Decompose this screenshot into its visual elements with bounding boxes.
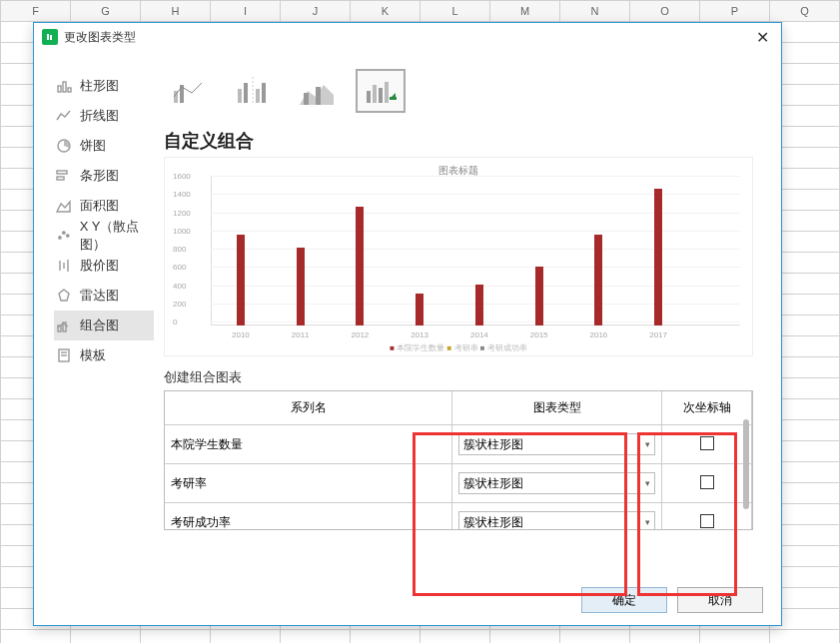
chart-type-icon xyxy=(56,198,72,214)
column-header[interactable]: M xyxy=(490,1,560,22)
chart-legend: 本院学生数量 考研率 考研成功率 xyxy=(165,342,752,353)
cell[interactable] xyxy=(141,630,211,644)
x-tick: 2010 xyxy=(232,330,250,339)
subtype-thumb-4-selected[interactable] xyxy=(356,69,406,113)
svg-rect-8 xyxy=(57,177,64,180)
x-tick: 2015 xyxy=(530,330,548,339)
column-header[interactable]: H xyxy=(141,1,211,22)
svg-marker-9 xyxy=(57,202,70,212)
y-tick: 1600 xyxy=(173,172,191,181)
sidebar-item-3[interactable]: 条形图 xyxy=(54,161,164,191)
column-header[interactable]: G xyxy=(71,1,141,22)
svg-rect-31 xyxy=(316,87,321,105)
close-button[interactable]: ✕ xyxy=(752,28,773,47)
svg-rect-4 xyxy=(63,82,66,92)
cell[interactable] xyxy=(1,630,71,644)
sidebar-item-1[interactable]: 折线图 xyxy=(54,101,164,131)
subtype-thumb-2[interactable] xyxy=(228,69,278,113)
svg-rect-25 xyxy=(244,83,248,103)
svg-rect-36 xyxy=(390,97,397,100)
bar xyxy=(475,285,483,325)
chevron-down-icon: ▾ xyxy=(645,517,650,527)
y-tick: 800 xyxy=(173,245,186,254)
sidebar-item-label: 组合图 xyxy=(80,317,119,334)
column-header[interactable]: J xyxy=(281,1,351,22)
sidebar-item-9[interactable]: 模板 xyxy=(54,340,164,370)
series-row: 考研率簇状柱形图▾ xyxy=(165,464,752,503)
cell[interactable] xyxy=(281,630,351,644)
dialog-titlebar: 更改图表类型 ✕ xyxy=(34,23,781,51)
series-name-cell: 考研率 xyxy=(165,464,452,503)
column-header[interactable]: O xyxy=(630,1,700,22)
col-chart-type: 图表类型 xyxy=(452,391,662,425)
svg-rect-5 xyxy=(68,88,71,92)
column-header[interactable]: Q xyxy=(770,1,840,22)
cell[interactable] xyxy=(700,630,770,644)
sidebar-item-8[interactable]: 组合图 xyxy=(54,311,154,340)
sidebar-item-label: 柱形图 xyxy=(80,77,119,95)
cell[interactable] xyxy=(211,630,281,644)
bar xyxy=(416,294,423,325)
sidebar-item-6[interactable]: 股价图 xyxy=(54,251,164,281)
chart-type-icon xyxy=(56,228,72,244)
chart-type-combo[interactable]: 簇状柱形图▾ xyxy=(458,433,655,455)
y-tick: 1200 xyxy=(173,208,191,217)
cell[interactable] xyxy=(490,630,560,644)
sidebar-item-5[interactable]: X Y（散点图） xyxy=(54,221,164,251)
cell[interactable] xyxy=(560,630,630,644)
y-tick: 0 xyxy=(173,318,177,326)
chart-type-combo[interactable]: 簇状柱形图▾ xyxy=(458,511,655,530)
svg-rect-28 xyxy=(262,83,266,103)
x-tick: 2014 xyxy=(470,330,488,339)
x-tick: 2011 xyxy=(292,330,310,339)
chart-type-icon xyxy=(56,318,72,333)
chart-type-icon xyxy=(56,108,72,124)
subtype-thumb-1[interactable] xyxy=(164,69,214,113)
sidebar-item-label: 雷达图 xyxy=(80,287,119,305)
y-tick: 400 xyxy=(173,281,186,290)
chart-type-icon xyxy=(56,347,72,363)
ok-button[interactable]: 确定 xyxy=(581,587,667,613)
chart-type-combo[interactable]: 簇状柱形图▾ xyxy=(458,472,655,494)
svg-point-10 xyxy=(59,237,61,239)
x-tick: 2017 xyxy=(649,330,667,339)
y-tick: 600 xyxy=(173,263,186,272)
bar xyxy=(356,207,364,325)
cell[interactable] xyxy=(351,630,420,644)
column-header[interactable]: I xyxy=(211,1,281,22)
scrollbar-thumb[interactable] xyxy=(743,419,749,509)
column-header[interactable]: L xyxy=(420,1,490,22)
bar xyxy=(237,235,245,325)
svg-rect-1 xyxy=(47,34,49,40)
x-tick: 2012 xyxy=(351,330,369,339)
sidebar-item-7[interactable]: 雷达图 xyxy=(54,281,164,311)
sidebar-item-4[interactable]: 面积图 xyxy=(54,191,164,221)
cell[interactable] xyxy=(630,630,700,644)
series-row: 考研成功率簇状柱形图▾ xyxy=(165,503,752,531)
column-header[interactable]: F xyxy=(1,1,71,22)
secondary-axis-checkbox[interactable] xyxy=(700,436,714,450)
sidebar-item-0[interactable]: 柱形图 xyxy=(54,71,164,101)
svg-rect-34 xyxy=(379,88,383,103)
section-title: 自定义组合 xyxy=(164,129,753,153)
column-header[interactable]: P xyxy=(700,1,770,22)
sidebar-item-2[interactable]: 饼图 xyxy=(54,131,164,161)
combo-subhead: 创建组合图表 xyxy=(164,368,753,386)
secondary-axis-checkbox[interactable] xyxy=(700,514,714,528)
chart-type-icon xyxy=(56,258,72,274)
secondary-axis-checkbox[interactable] xyxy=(700,475,714,489)
svg-rect-7 xyxy=(57,171,67,174)
cell[interactable] xyxy=(71,630,141,644)
y-tick: 1000 xyxy=(173,226,191,235)
x-tick: 2013 xyxy=(411,330,428,339)
sidebar-item-label: 面积图 xyxy=(80,197,119,215)
y-tick: 1400 xyxy=(173,190,191,199)
cell[interactable] xyxy=(420,630,490,644)
series-config-table: 系列名 图表类型 次坐标轴 本院学生数量簇状柱形图▾考研率簇状柱形图▾考研成功率… xyxy=(164,390,753,530)
subtype-thumb-3[interactable] xyxy=(292,69,342,113)
column-header[interactable]: K xyxy=(351,1,420,22)
column-header[interactable]: N xyxy=(560,1,630,22)
cancel-button[interactable]: 取消 xyxy=(677,587,763,613)
cell[interactable] xyxy=(770,630,840,644)
bar xyxy=(297,248,305,325)
